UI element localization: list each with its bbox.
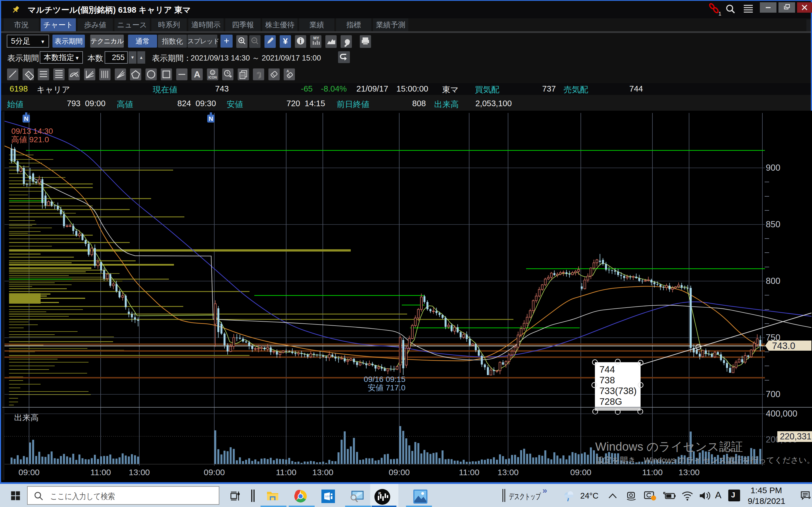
svg-text:高値 921.0: 高値 921.0 — [11, 135, 49, 144]
svg-text:MY: MY — [313, 36, 319, 40]
svg-text:09:00: 09:00 — [389, 467, 410, 477]
svg-text:11:00: 11:00 — [276, 467, 297, 477]
svg-text:850: 850 — [766, 219, 780, 229]
svg-text:1: 1 — [718, 11, 721, 16]
svg-text:11:00: 11:00 — [459, 467, 479, 477]
svg-text:744: 744 — [599, 364, 615, 375]
svg-text:13:00: 13:00 — [678, 467, 700, 477]
svg-text:i: i — [300, 38, 301, 45]
svg-text:A: A — [194, 69, 200, 79]
svg-text:11:00: 11:00 — [642, 467, 663, 477]
svg-text:400,000: 400,000 — [766, 409, 797, 418]
svg-text:12:00: 12:00 — [325, 495, 332, 498]
svg-text:09/16 09:15: 09/16 09:15 — [364, 375, 405, 384]
svg-text:09:00: 09:00 — [18, 467, 40, 477]
svg-text:ICON: ICON — [208, 75, 217, 79]
svg-text:728G: 728G — [599, 396, 622, 407]
svg-text:700: 700 — [766, 389, 780, 399]
svg-text:A: A — [287, 69, 289, 73]
svg-text:出来高: 出来高 — [14, 413, 39, 422]
svg-text:13:00: 13:00 — [129, 467, 150, 477]
svg-text:Windows のライセンス認証: Windows のライセンス認証 — [595, 440, 743, 453]
svg-text:220,331: 220,331 — [780, 432, 811, 441]
svg-text:R: R — [378, 491, 381, 496]
svg-text:N: N — [209, 115, 213, 122]
svg-text:13:00: 13:00 — [312, 467, 333, 477]
svg-text:743.0: 743.0 — [772, 341, 795, 351]
svg-text:13:00: 13:00 — [497, 467, 518, 477]
svg-text:738: 738 — [599, 375, 615, 385]
svg-text:800: 800 — [766, 276, 780, 286]
svg-text:安値 717.0: 安値 717.0 — [368, 383, 405, 392]
svg-text:900: 900 — [766, 163, 780, 173]
svg-text:09/13 14:30: 09/13 14:30 — [11, 127, 53, 135]
svg-text:09:00: 09:00 — [570, 467, 591, 477]
svg-text:11:00: 11:00 — [91, 467, 111, 477]
svg-text:N: N — [24, 115, 29, 122]
svg-text:¥: ¥ — [283, 36, 288, 46]
svg-text:733(738): 733(738) — [599, 386, 637, 396]
svg-text:09:00: 09:00 — [204, 467, 225, 477]
svg-text:設定を開き、Windows のライセンス認証を行ってください: 設定を開き、Windows のライセンス認証を行ってください。 — [596, 456, 812, 464]
